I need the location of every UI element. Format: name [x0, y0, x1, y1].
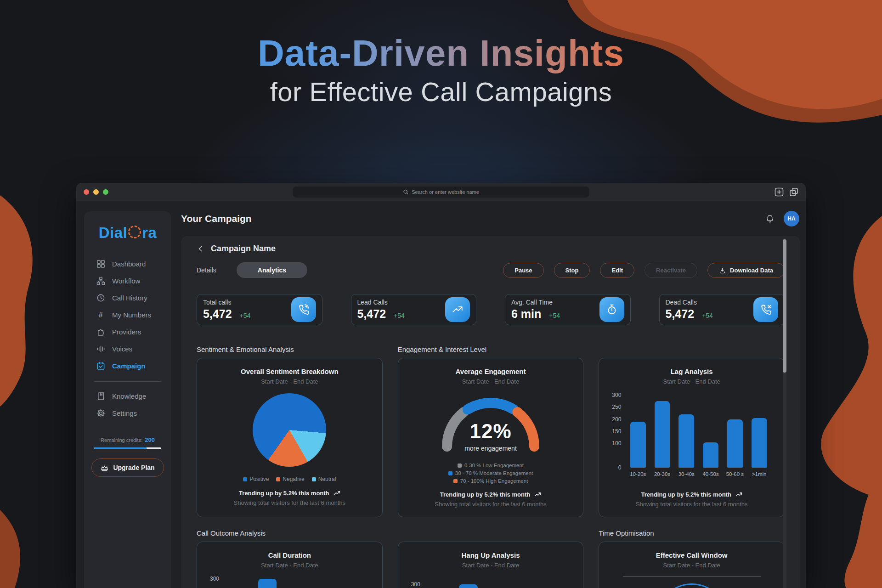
sidebar-item-voices[interactable]: Voices [96, 340, 171, 357]
legend-swatch-high [453, 479, 458, 483]
card-title: Overall Sentiment Breakdown [241, 368, 339, 375]
sidebar-item-label: Call History [112, 294, 147, 302]
browser-window: Search or enter website name Dialra Dash… [76, 183, 806, 588]
crown-icon [101, 464, 108, 471]
stat-delta: +54 [549, 312, 560, 319]
stat-value: 5,472 [666, 307, 695, 321]
sentiment-pie-chart [253, 393, 326, 467]
tab-details[interactable]: Details [197, 266, 216, 274]
effective-window-dial [656, 583, 728, 588]
sidebar-item-campaign[interactable]: Campaign [96, 357, 171, 374]
sidebar-item-label: Workflow [112, 277, 140, 285]
trend-subtext: Showing total visitors for the last 6 mo… [435, 501, 547, 508]
upgrade-plan-button[interactable]: Upgrade Plan [91, 458, 164, 477]
tabs: Details Analytics [197, 262, 307, 278]
section-title-engagement: Engagement & Interest Level [398, 345, 584, 353]
browser-search-bar[interactable]: Search or enter website name [293, 187, 589, 198]
gauge-legend: 0-30 % Low Engagement 30 - 70 % Moderate… [448, 463, 533, 484]
hang-up-bar-chart: 3002502001501000 [407, 584, 575, 588]
sidebar: Dialra Dashboard Workflow Call History #… [84, 211, 171, 588]
hero-title: Data-Driven Insights [0, 33, 882, 74]
new-tab-icon[interactable] [775, 187, 784, 197]
sidebar-item-settings[interactable]: Settings [96, 405, 171, 422]
sentiment-breakdown-card: Overall Sentiment Breakdown Start Date -… [197, 358, 383, 517]
lag-analysis-card: Lag Analysis Start Date - End Date 30025… [599, 358, 785, 517]
campaign-panel: Campaign Name Details Analytics Pause St… [181, 236, 800, 588]
sidebar-item-label: Knowledge [112, 392, 146, 400]
sidebar-item-dashboard[interactable]: Dashboard [96, 255, 171, 272]
stat-label: Dead Calls [666, 299, 713, 306]
calendar-check-icon [96, 362, 105, 370]
download-data-button[interactable]: Download Data [707, 263, 785, 278]
bell-icon[interactable] [765, 214, 775, 223]
hash-icon: # [96, 311, 105, 319]
card-title: Effective Call Window [656, 551, 728, 559]
card-subtitle: Start Date - End Date [663, 562, 720, 569]
gauge-value: 12% [431, 420, 550, 443]
trend-subtext: Showing total visitors for the last 6 mo… [234, 499, 346, 506]
legend-swatch-negative [276, 477, 280, 481]
trend-arrow-icon [534, 492, 541, 497]
campaign-name: Campaign Name [211, 244, 276, 254]
edit-button[interactable]: Edit [600, 263, 634, 278]
action-buttons: Pause Stop Edit Reactivate Download Data [503, 263, 785, 278]
minimize-window-button[interactable] [93, 189, 99, 195]
zoom-window-button[interactable] [103, 189, 108, 195]
reactivate-button[interactable]: Reactivate [645, 263, 697, 278]
sidebar-item-label: Voices [112, 345, 132, 353]
main-header: Your Campaign HA [181, 201, 800, 236]
stat-card-dead-calls: Dead Calls 5,472+54 [659, 294, 785, 325]
credits-progress-track [94, 447, 161, 449]
scrollbar-thumb[interactable] [783, 239, 786, 373]
tab-analytics[interactable]: Analytics [237, 262, 307, 278]
card-title: Call Duration [268, 551, 311, 559]
avatar[interactable]: HA [784, 211, 799, 226]
stat-card-avg-call-time: Avg. Call Time 6 min+54 [505, 294, 631, 325]
browser-titlebar: Search or enter website name [76, 183, 806, 201]
card-subtitle: Start Date - End Date [261, 378, 318, 385]
hang-up-analysis-card: Hang Up Analysis Start Date - End Date 3… [398, 542, 584, 588]
sidebar-item-workflow[interactable]: Workflow [96, 272, 171, 289]
engagement-gauge-chart: 12% more engagement [431, 391, 550, 457]
legend-label: Neutral [318, 476, 336, 482]
close-window-button[interactable] [84, 189, 89, 195]
remaining-credits: Remaining credits: 200 [84, 436, 171, 449]
trend-text: Trending up by 5.2% this month [440, 491, 530, 498]
sidebar-item-knowledge[interactable]: Knowledge [96, 388, 171, 405]
effective-window-divider [623, 576, 761, 577]
stat-value: 5,472 [357, 307, 386, 321]
sidebar-item-my-numbers[interactable]: # My Numbers [96, 306, 171, 323]
trend-text: Trending up by 5.2% this month [641, 491, 731, 498]
grid-icon [96, 260, 105, 268]
search-icon [403, 189, 408, 195]
card-title: Hang Up Analysis [462, 551, 520, 559]
search-placeholder: Search or enter website name [412, 189, 479, 195]
trend-text: Trending up by 5.2% this month [239, 490, 329, 497]
chevron-left-icon[interactable] [197, 245, 204, 253]
pie-legend: Positive Negative Neutral [243, 476, 336, 482]
legend-label: 0-30 % Low Engagement [464, 463, 524, 468]
stop-button[interactable]: Stop [554, 263, 590, 278]
puzzle-icon [96, 328, 105, 336]
stat-delta: +54 [394, 312, 405, 319]
pause-button[interactable]: Pause [503, 263, 543, 278]
history-icon [96, 294, 105, 302]
legend-label: Negative [283, 476, 304, 482]
tab-overview-icon[interactable] [789, 187, 798, 197]
legend-label: 30 - 70 % Moderate Engagement [455, 470, 533, 476]
stat-value: 5,472 [203, 307, 232, 321]
hero-subtitle: for Effective Call Campaigns [0, 76, 882, 107]
stat-delta: +54 [702, 312, 713, 319]
download-icon [719, 267, 726, 274]
call-duration-card: Call Duration Start Date - End Date 3002… [197, 542, 383, 588]
sidebar-item-providers[interactable]: Providers [96, 323, 171, 340]
panel-scrollbar[interactable] [783, 238, 786, 588]
upgrade-plan-label: Upgrade Plan [113, 464, 154, 471]
sidebar-item-call-history[interactable]: Call History [96, 289, 171, 306]
sidebar-item-label: Settings [112, 409, 137, 417]
average-engagement-card: Average Engagement Start Date - End Date… [398, 358, 584, 517]
workflow-icon [96, 277, 105, 285]
legend-swatch-moderate [448, 471, 452, 475]
gear-icon [96, 409, 105, 418]
legend-label: Positive [249, 476, 269, 482]
